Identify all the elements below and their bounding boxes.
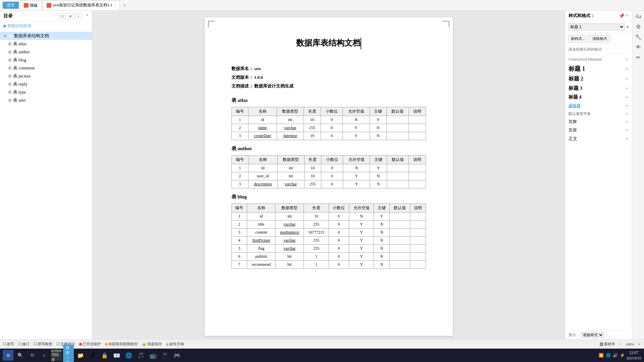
apply-icon-pagebreak: ↵ [626, 120, 629, 124]
font-button[interactable]: A 缺失字体 [166, 342, 184, 347]
start-button[interactable]: ⊞ [3, 350, 13, 361]
pin-icon[interactable]: 📌 [619, 13, 625, 19]
track-label: 痕迹保存 [147, 342, 162, 347]
table-blog-header: 编号 名称 数据类型 长度 小数位 允许空值 主键 默认值 说明 [231, 204, 426, 213]
th-atlas-6: 主键 [370, 107, 387, 116]
tab-close-doc[interactable]: × [114, 3, 116, 7]
style-item-h4[interactable]: 标题 4 ↵ [565, 93, 632, 102]
spell-button[interactable]: ☐ 拼写检查 [34, 342, 52, 347]
style-item-hyperlink[interactable]: 超链接 ↵ [565, 102, 632, 110]
sidebar-label-user: 表 user [13, 97, 26, 103]
app2-taskbar[interactable]: 🔒 [99, 350, 110, 361]
sidebar-header: 目录 □ ≡ ↓ × [0, 11, 92, 22]
auth-dot [105, 343, 108, 346]
sidebar-item-blog[interactable]: 表 表 blog [0, 56, 92, 64]
tab-doc[interactable]: sxw旅游日记系统数据库表文档1.1 × [43, 1, 120, 10]
sidebar-item-comment[interactable]: 表 表 comment [0, 64, 92, 72]
eye-icon[interactable]: 👁 [636, 44, 641, 50]
style-item-h2[interactable]: 标题 2 ↵ [565, 74, 632, 84]
font-icon: A [166, 342, 169, 346]
right-panel-close-btn[interactable]: × [626, 13, 629, 19]
python-label: python代码库 [51, 348, 62, 362]
meta-doc-version: 文档版本： 1.0.0 [231, 73, 426, 82]
tools-icon[interactable]: 🔧 [635, 34, 642, 40]
app7-icon: 📱 [162, 352, 168, 359]
style-label-h1: 标题 1 [569, 65, 585, 73]
checkbox-compare: ☐ [56, 342, 60, 346]
track-button[interactable]: 🔒 痕迹保存 [142, 342, 162, 347]
spell-label: 拼写检查 [38, 342, 52, 347]
style-item-caption[interactable]: 默认落笔字体 ↵ [565, 110, 632, 118]
style-item-h1[interactable]: 标题 1 ↵ [565, 63, 632, 74]
auth-label: 未获取到权限校对 [108, 342, 138, 347]
style-item-pagebreak[interactable]: 页脚 ↵ [565, 118, 632, 126]
doc-icon-comment: 表 [8, 66, 12, 71]
doc-icon-root: 📄 [8, 34, 13, 38]
edit-icon[interactable]: ✏ [636, 54, 640, 61]
smart-toc-label: 智能识别目录 [7, 23, 32, 29]
taskbar-clock[interactable]: 22:07 2021/8/25 [626, 350, 641, 361]
style-item-body[interactable]: 正文 ↵ [565, 134, 632, 143]
auth-button[interactable]: 未获取到权限校对 [105, 342, 138, 347]
add-tab-button[interactable]: + [121, 2, 128, 8]
app4-taskbar[interactable]: 🌐 [123, 350, 134, 361]
th-blog-0: 编号 [231, 204, 247, 213]
th-blog-7: 默认值 [390, 204, 410, 213]
python-taskbar-label[interactable]: python代码库 [51, 350, 62, 361]
edit-button[interactable]: ☐ 修订 [18, 342, 30, 347]
search-taskbar-2[interactable]: 搜索一下 [63, 350, 74, 361]
format-icon[interactable]: Aa [635, 13, 641, 19]
sidebar-item-picture[interactable]: 表 表 picture [0, 72, 92, 80]
show-select[interactable]: 有效样式 [581, 332, 604, 338]
settings-icon[interactable]: ⚙ [636, 23, 641, 30]
protection-button[interactable]: 已开启保护 [79, 342, 101, 347]
app5-taskbar[interactable]: 🎵 [136, 350, 146, 361]
sidebar-item-type[interactable]: 表 表 type [0, 88, 92, 96]
sidebar-btn-2[interactable]: ≡ [67, 13, 74, 19]
doc-area[interactable]: 数据库表结构文档 数据库名： sxw 文档版本： 1.0.0 文档描述： 数据库… [92, 11, 565, 339]
app7-taskbar[interactable]: 📱 [160, 350, 170, 361]
sidebar-title: 目录 [3, 13, 13, 19]
sys-icon-3: 🔊 [613, 353, 618, 358]
sidebar-item-user[interactable]: 表 表 user [0, 96, 92, 104]
sidebar-item-atlas[interactable]: 表 表 atlas [0, 40, 92, 48]
home-button[interactable]: 首页 [3, 2, 19, 9]
tab-template[interactable]: 模板 [20, 1, 42, 10]
revise-button[interactable]: ☐ 改写 [3, 342, 14, 347]
sidebar-actions: □ ≡ ↓ × [59, 13, 89, 19]
sidebar-btn-1[interactable]: □ [59, 13, 66, 19]
style-heading-select[interactable]: 标题 1 [568, 23, 625, 31]
styles-list: Unresolved Mention ↵ 标题 1 ↵ 标题 2 ↵ 标题 3 … [565, 54, 632, 330]
section-title-blog: 表 blog [231, 194, 426, 200]
apply-icon-caption: ↵ [626, 112, 629, 116]
home-label: 首页 [7, 3, 15, 7]
search-taskbar[interactable]: 🔍 [15, 350, 25, 361]
new-style-button[interactable]: 新样式... [568, 35, 588, 43]
file-manager-taskbar[interactable]: 📁 [75, 350, 86, 361]
style-item-unresolved[interactable]: Unresolved Mention ↵ [565, 56, 632, 63]
sidebar-item-reply[interactable]: 表 表 reply [0, 80, 92, 88]
meta-doc-version-label: 文档版本： [231, 75, 253, 80]
th-atlas-2: 数据类型 [277, 107, 304, 116]
style-item-h3[interactable]: 标题 3 ↵ [565, 84, 632, 93]
app6-taskbar[interactable]: 📺 [148, 350, 158, 361]
app8-taskbar[interactable]: 🎮 [172, 350, 182, 361]
zoom-value: 100% [626, 342, 634, 346]
zoom-in-button[interactable]: ＋ [638, 342, 641, 347]
taskview-taskbar[interactable]: ⧉ [27, 350, 38, 361]
app3-taskbar[interactable]: 📧 [111, 350, 122, 361]
table-row: 2user_idint100YN [231, 172, 426, 180]
sidebar-item-root[interactable]: ▼ 📄 数据库表结构文档 [0, 32, 92, 40]
material-button[interactable]: 🖼 素材库 [600, 342, 615, 347]
app1-taskbar[interactable]: 🖥 [87, 350, 98, 361]
browser-taskbar[interactable]: e [39, 350, 50, 361]
smart-toc-bar[interactable]: 智能识别目录 [0, 22, 92, 31]
remove-style-button[interactable]: 清除格式 [589, 35, 610, 43]
app3-icon: 📧 [113, 352, 120, 359]
sidebar-btn-3[interactable]: ↓ [75, 13, 82, 19]
sidebar-item-author[interactable]: 表 表 author [0, 48, 92, 56]
sidebar-close-btn[interactable]: × [86, 13, 89, 19]
zoom-out-button[interactable]: － [619, 342, 622, 347]
style-item-pagenum[interactable]: 页眉 ↵ [565, 126, 632, 134]
revise-label: 改写 [7, 342, 14, 347]
